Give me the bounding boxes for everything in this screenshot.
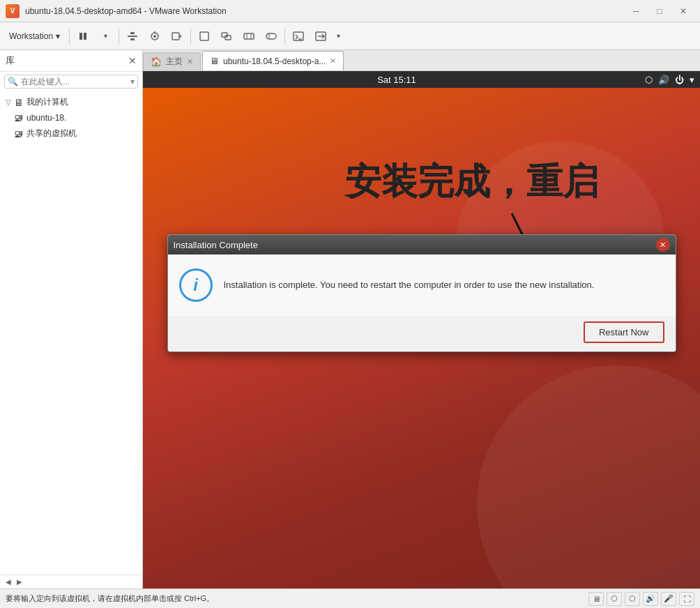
- ubuntu-tab-label: ubuntu-18.04.5-desktop-a...: [223, 56, 326, 66]
- vm-tree: ▽ 🖥 我的计算机 🖳 ubuntu-18. 🖳 共享的虚拟机: [0, 91, 142, 575]
- ubuntu-background: Sat 15:11 ⬡ 🔊 ⏻ ▾ 安装完成，重启: [143, 71, 700, 588]
- workstation-menu[interactable]: Workstation ▾: [3, 26, 66, 47]
- fullscreen-button[interactable]: [194, 26, 215, 47]
- ubuntu-vm-item[interactable]: 🖳 ubuntu-18.: [0, 110, 142, 126]
- toolbar: Workstation ▾ ▾: [0, 22, 700, 50]
- ubuntu-vm-label: ubuntu-18.: [26, 113, 66, 123]
- svg-rect-11: [222, 33, 227, 37]
- view-options-button[interactable]: [310, 26, 331, 47]
- scroll-left-arrow[interactable]: ◀: [3, 577, 14, 587]
- my-computer-label: 我的计算机: [26, 96, 68, 108]
- sidebar-title: 库: [6, 54, 15, 67]
- installation-complete-text: 安装完成，重启: [345, 158, 599, 206]
- vm-settings-button[interactable]: [122, 26, 143, 47]
- status-fullscreen-icon[interactable]: ⛶: [679, 592, 694, 606]
- svg-rect-3: [128, 36, 137, 37]
- svg-point-6: [153, 35, 156, 38]
- status-network-icon[interactable]: ⬡: [607, 592, 622, 606]
- status-usb-icon[interactable]: ⬡: [625, 592, 640, 606]
- svg-rect-16: [266, 33, 276, 39]
- expand-icon: ▽: [6, 98, 11, 106]
- ubuntu-tab-icon: 🖥: [210, 56, 219, 66]
- record-icon: [172, 31, 183, 42]
- ubuntu-sys-icons: ⬡ 🔊 ⏻ ▾: [645, 75, 694, 85]
- status-vm-icon[interactable]: 🖥: [588, 592, 604, 606]
- minimize-button[interactable]: ─: [625, 4, 647, 18]
- window-title: ubuntu-18.04.5-desktop-amd64 - VMware Wo…: [25, 6, 625, 16]
- fullscreen-icon: [199, 31, 210, 42]
- shared-vm-label: 共享的虚拟机: [26, 128, 77, 139]
- svg-rect-0: [79, 33, 82, 40]
- ubuntu-time: Sat 15:11: [377, 75, 416, 85]
- my-computer-item[interactable]: ▽ 🖥 我的计算机: [0, 94, 142, 110]
- sidebar-scroll: ◀ ▶: [0, 575, 142, 588]
- app-icon: V: [6, 4, 20, 18]
- tab-home[interactable]: 🏠 主页 ✕: [143, 52, 201, 70]
- search-dropdown-icon[interactable]: ▾: [130, 77, 135, 86]
- main-layout: 库 ✕ 🔍 ▾ ▽ 🖥 我的计算机 🖳 ubuntu-18. 🖳 共享的虚拟机: [0, 50, 700, 588]
- status-mic-icon[interactable]: 🎤: [661, 592, 676, 606]
- svg-rect-1: [84, 33, 86, 40]
- sidebar-close-button[interactable]: ✕: [128, 55, 137, 66]
- pause-dropdown[interactable]: ▾: [95, 26, 116, 47]
- window-view-button[interactable]: [216, 26, 237, 47]
- dialog-message: Installation is complete. You need to re…: [224, 278, 662, 292]
- search-icon: 🔍: [8, 77, 18, 86]
- dialog-body: i Installation is complete. You need to …: [168, 254, 676, 316]
- dialog-footer: Restart Now: [168, 316, 676, 351]
- svg-marker-9: [180, 35, 182, 38]
- home-tab-close: ✕: [187, 57, 193, 66]
- dialog-info-icon: i: [179, 268, 213, 302]
- window-view-icon: [221, 31, 232, 42]
- tab-ubuntu-vm[interactable]: 🖥 ubuntu-18.04.5-desktop-a... ✕: [202, 51, 344, 70]
- view-dropdown[interactable]: ▾: [333, 26, 344, 47]
- close-button[interactable]: ✕: [672, 4, 694, 18]
- svg-rect-8: [172, 33, 179, 40]
- shared-icon: 🖳: [14, 128, 24, 139]
- sidebar-header: 库 ✕: [0, 50, 142, 72]
- shared-vm-item[interactable]: 🖳 共享的虚拟机: [0, 126, 142, 142]
- power-status-icon: ⏻: [675, 75, 684, 85]
- dialog-titlebar: Installation Complete ✕: [168, 235, 676, 254]
- svg-rect-13: [244, 33, 254, 39]
- pause-icon: [77, 31, 89, 42]
- pause-button[interactable]: [73, 26, 93, 47]
- scroll-right-arrow[interactable]: ▶: [14, 577, 25, 587]
- svg-rect-10: [200, 32, 208, 40]
- vm-display[interactable]: Sat 15:11 ⬡ 🔊 ⏻ ▾ 安装完成，重启: [143, 71, 700, 588]
- terminal-button[interactable]: [288, 26, 309, 47]
- tab-bar: 🏠 主页 ✕ 🖥 ubuntu-18.04.5-desktop-a... ✕: [143, 50, 700, 71]
- workstation-label: Workstation: [9, 31, 53, 41]
- search-input[interactable]: [21, 77, 130, 86]
- search-bar: 🔍 ▾: [4, 75, 138, 89]
- stretch-icon: [243, 31, 254, 42]
- dialog-close-button[interactable]: ✕: [656, 238, 670, 252]
- toolbar-separator-4: [284, 28, 285, 45]
- snapshot-icon: [149, 31, 160, 42]
- computer-icon: 🖥: [14, 97, 24, 108]
- status-audio-icon[interactable]: 🔊: [643, 592, 658, 606]
- toggle-button[interactable]: [261, 26, 282, 47]
- terminal-icon: [293, 31, 304, 42]
- maximize-button[interactable]: □: [648, 4, 671, 18]
- toolbar-separator-1: [69, 28, 70, 45]
- svg-rect-12: [225, 36, 231, 40]
- svg-rect-2: [130, 32, 135, 34]
- dialog-title: Installation Complete: [174, 240, 258, 250]
- record-button[interactable]: [167, 26, 188, 47]
- sound-status-icon: 🔊: [658, 75, 669, 85]
- ubuntu-content: 安装完成，重启 Installation Complete: [143, 88, 700, 588]
- stretch-button[interactable]: [238, 26, 259, 47]
- ubuntu-topbar: Sat 15:11 ⬡ 🔊 ⏻ ▾: [143, 71, 700, 88]
- titlebar: V ubuntu-18.04.5-desktop-amd64 - VMware …: [0, 0, 700, 22]
- toolbar-separator-2: [119, 28, 119, 45]
- restart-now-button[interactable]: Restart Now: [584, 321, 664, 343]
- toolbar-separator-3: [190, 28, 191, 45]
- installation-complete-dialog: Installation Complete ✕ i Installation i…: [167, 234, 676, 352]
- status-message: 要将输入定向到该虚拟机，请在虚拟机内部单击或按 Ctrl+G。: [6, 593, 214, 604]
- snapshot-button[interactable]: [144, 26, 165, 47]
- workstation-dropdown-icon: ▾: [56, 31, 60, 41]
- ubuntu-tab-close[interactable]: ✕: [330, 56, 336, 66]
- toggle-icon: [266, 31, 277, 42]
- window-controls: ─ □ ✕: [625, 4, 694, 18]
